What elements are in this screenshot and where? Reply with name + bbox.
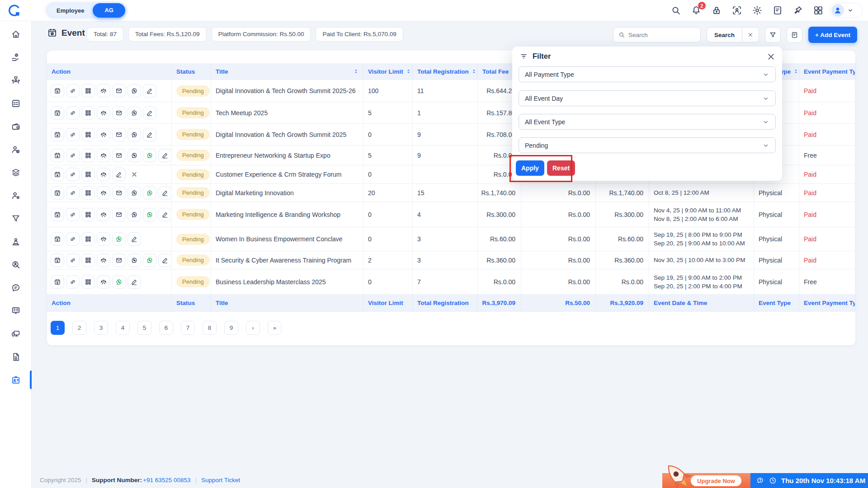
group-action-button[interactable] <box>97 275 110 289</box>
sidebar-item-feedback[interactable] <box>0 299 32 322</box>
group-action-button[interactable] <box>97 186 110 200</box>
edit-action-button[interactable] <box>158 253 172 267</box>
page-button-1[interactable]: 1 <box>51 321 65 335</box>
topbar-gear-button[interactable] <box>752 5 763 16</box>
whatsapp-action-button[interactable] <box>143 149 156 162</box>
sidebar-item-id-card[interactable] <box>0 368 32 391</box>
link-action-button[interactable] <box>66 253 80 267</box>
sidebar-item-person-check[interactable] <box>0 138 32 161</box>
edit-action-button[interactable] <box>143 128 156 141</box>
qr-action-button[interactable] <box>81 275 95 289</box>
calendar-action-button[interactable] <box>51 253 64 267</box>
mail-action-button[interactable] <box>112 253 126 267</box>
calendar-action-button[interactable] <box>51 275 64 289</box>
topbar-lock-button[interactable] <box>711 5 722 16</box>
support-number-link[interactable]: +91 63525 00853 <box>143 477 190 483</box>
message-action-button[interactable] <box>127 106 141 120</box>
link-action-button[interactable] <box>66 84 80 98</box>
qr-action-button[interactable] <box>81 84 95 98</box>
calendar-action-button[interactable] <box>51 186 64 200</box>
filter-dropdown-2[interactable]: All Event Type <box>519 114 776 130</box>
calendar-action-button[interactable] <box>51 149 64 162</box>
qr-action-button[interactable] <box>81 128 95 141</box>
link-action-button[interactable] <box>66 168 80 181</box>
edit-action-button[interactable] <box>143 106 156 120</box>
message-action-button[interactable] <box>127 208 141 221</box>
page-button-6[interactable]: 6 <box>159 321 173 335</box>
report-button[interactable] <box>787 27 802 43</box>
topbar-face-scan-button[interactable] <box>731 5 742 16</box>
link-action-button[interactable] <box>66 106 80 120</box>
mail-action-button[interactable] <box>112 128 126 141</box>
sidebar-item-home[interactable] <box>0 23 32 46</box>
group-action-button[interactable] <box>97 149 110 162</box>
group-action-button[interactable] <box>97 232 110 246</box>
link-action-button[interactable] <box>66 232 80 246</box>
link-action-button[interactable] <box>66 275 80 289</box>
sidebar-item-person-star[interactable] <box>0 184 32 207</box>
edit-action-button[interactable] <box>158 186 172 200</box>
support-ticket-link[interactable]: Support Ticket <box>201 477 240 483</box>
whatsapp-action-button[interactable] <box>112 275 126 289</box>
mail-action-button[interactable] <box>112 186 126 200</box>
edit-action-button[interactable] <box>158 149 172 162</box>
sidebar-item-search-user[interactable] <box>0 253 32 276</box>
toggle-employee[interactable]: Employee <box>47 7 93 14</box>
link-action-button[interactable] <box>66 128 80 141</box>
filter-dropdown-1[interactable]: All Event Day <box>519 90 776 106</box>
group-action-button[interactable] <box>97 253 110 267</box>
edit-action-button[interactable] <box>158 208 172 221</box>
sidebar-item-chat[interactable] <box>0 276 32 299</box>
calendar-action-button[interactable] <box>51 232 64 246</box>
whatsapp-action-button[interactable] <box>143 186 156 200</box>
sidebar-item-devices[interactable] <box>0 322 32 345</box>
message-action-button[interactable] <box>127 149 141 162</box>
calendar-action-button[interactable] <box>51 168 64 181</box>
group-action-button[interactable] <box>97 84 110 98</box>
link-action-button[interactable] <box>66 186 80 200</box>
topbar-memo-button[interactable] <box>772 5 783 16</box>
qr-action-button[interactable] <box>81 168 95 181</box>
edit-action-button[interactable] <box>127 232 141 246</box>
calendar-action-button[interactable] <box>51 208 64 221</box>
page-next-button[interactable]: › <box>246 321 260 335</box>
column-header-visitor-limit[interactable]: Visitor Limit <box>363 63 413 80</box>
qr-action-button[interactable] <box>81 106 95 120</box>
calendar-action-button[interactable] <box>51 106 64 120</box>
link-action-button[interactable] <box>66 149 80 162</box>
sidebar-item-layers[interactable] <box>0 161 32 184</box>
page-button-7[interactable]: 7 <box>181 321 195 335</box>
group-action-button[interactable] <box>97 106 110 120</box>
upgrade-now-button[interactable]: Upgrade Now <box>691 475 741 486</box>
close-action-button[interactable] <box>127 168 141 181</box>
search-button[interactable]: Search <box>707 32 742 38</box>
whatsapp-action-button[interactable] <box>143 253 156 267</box>
page-button-8[interactable]: 8 <box>203 321 217 335</box>
close-filter-icon[interactable] <box>766 52 776 61</box>
message-action-button[interactable] <box>127 128 141 141</box>
page-button-5[interactable]: 5 <box>137 321 151 335</box>
topbar-pin-button[interactable] <box>793 5 803 16</box>
add-event-button[interactable]: + Add Event <box>808 27 857 43</box>
topbar-search-button[interactable] <box>670 5 681 16</box>
sidebar-item-task-list[interactable] <box>0 92 32 115</box>
sidebar-item-hand-coin[interactable] <box>0 46 32 69</box>
topbar-grid-button[interactable] <box>813 5 824 16</box>
page-button-4[interactable]: 4 <box>116 321 130 335</box>
page-button-2[interactable]: 2 <box>72 321 86 335</box>
edit-action-button[interactable] <box>143 84 156 98</box>
sidebar-item-document[interactable] <box>0 345 32 368</box>
qr-action-button[interactable] <box>81 208 95 221</box>
column-header-total-registration[interactable]: Total Registration <box>413 63 478 80</box>
edit-action-button[interactable] <box>127 275 141 289</box>
mail-action-button[interactable] <box>112 84 126 98</box>
message-action-button[interactable] <box>127 84 141 98</box>
page-button-3[interactable]: 3 <box>94 321 108 335</box>
qr-action-button[interactable] <box>81 186 95 200</box>
search-input[interactable] <box>628 32 692 38</box>
sidebar-item-wallet[interactable] <box>0 115 32 138</box>
filter-button[interactable] <box>765 27 781 43</box>
group-action-button[interactable] <box>97 168 110 181</box>
mail-action-button[interactable] <box>112 106 126 120</box>
calendar-action-button[interactable] <box>51 128 64 141</box>
